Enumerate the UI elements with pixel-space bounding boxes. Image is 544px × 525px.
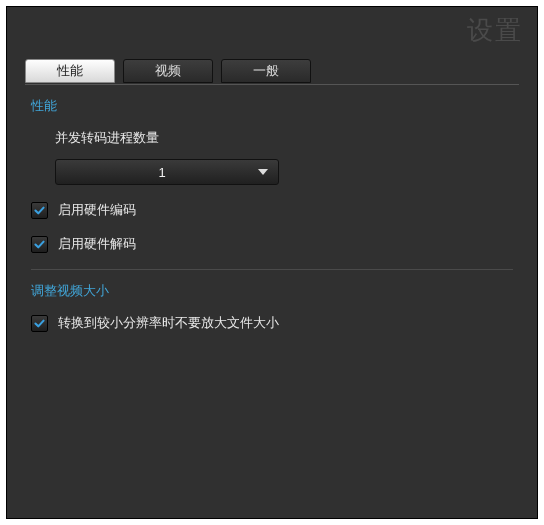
hw-encode-checkbox[interactable] xyxy=(31,202,48,219)
section-header-performance: 性能 xyxy=(31,97,513,115)
panel-title-ghost: 设置 xyxy=(467,13,523,48)
no-upscale-label: 转换到较小分辨率时不要放大文件大小 xyxy=(58,314,279,332)
tab-bar: 性能 视频 一般 xyxy=(25,57,519,85)
hw-encode-label: 启用硬件编码 xyxy=(58,201,136,219)
checkmark-icon xyxy=(33,204,46,217)
checkmark-icon xyxy=(33,317,46,330)
tab-general[interactable]: 一般 xyxy=(221,59,311,83)
settings-panel: 设置 性能 视频 一般 性能 并发转码进程数量 1 启用硬件编码 xyxy=(6,6,538,519)
chevron-down-icon xyxy=(258,169,268,175)
checkmark-icon xyxy=(33,238,46,251)
dropdown-value: 1 xyxy=(66,165,258,180)
section-header-resize: 调整视频大小 xyxy=(31,282,513,300)
tab-video[interactable]: 视频 xyxy=(123,59,213,83)
section-divider xyxy=(31,269,513,270)
hw-decode-checkbox[interactable] xyxy=(31,236,48,253)
concurrent-processes-label: 并发转码进程数量 xyxy=(55,129,513,147)
tab-performance[interactable]: 性能 xyxy=(25,59,115,83)
concurrent-processes-dropdown[interactable]: 1 xyxy=(55,159,279,185)
hw-decode-label: 启用硬件解码 xyxy=(58,235,136,253)
no-upscale-checkbox[interactable] xyxy=(31,315,48,332)
